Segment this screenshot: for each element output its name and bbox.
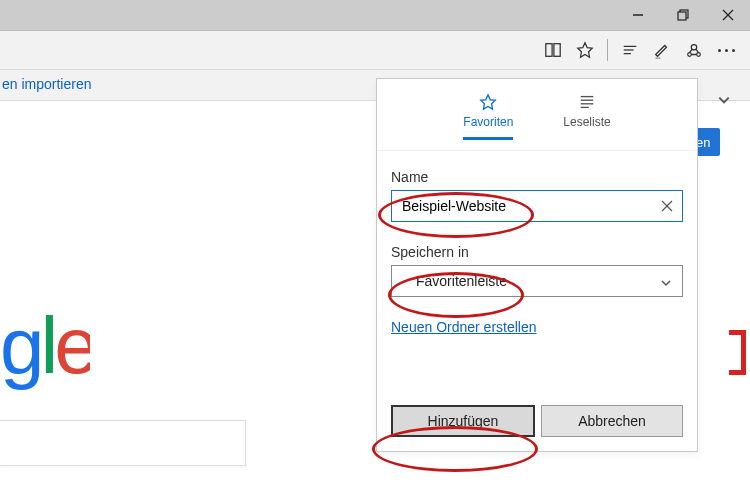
svg-point-13: [688, 53, 692, 57]
svg-marker-15: [481, 95, 495, 109]
web-note-icon[interactable]: [646, 34, 678, 66]
logo-letter: e: [54, 301, 90, 390]
name-field-label: Name: [391, 169, 683, 185]
svg-rect-6: [554, 44, 560, 57]
svg-rect-5: [546, 44, 552, 57]
google-logo-fragment: gle: [0, 300, 90, 395]
hub-icon[interactable]: [614, 34, 646, 66]
clear-input-icon[interactable]: [659, 198, 675, 214]
tab-reading-list[interactable]: Leseliste: [563, 93, 610, 140]
popup-tabs: Favoriten Leseliste: [377, 79, 697, 151]
cancel-button[interactable]: Abbrechen: [541, 405, 683, 437]
toolbar-divider: [607, 39, 608, 61]
add-button[interactable]: Hinzufügen: [391, 405, 535, 437]
tab-favorites[interactable]: Favoriten: [463, 93, 513, 140]
add-favorite-popup: Favoriten Leseliste Name Speichern in Fa…: [376, 78, 698, 452]
svg-marker-7: [578, 43, 592, 57]
reading-view-icon[interactable]: [537, 34, 569, 66]
browser-toolbar: [0, 31, 750, 70]
window-close-button[interactable]: [705, 0, 750, 30]
favorites-star-icon[interactable]: [569, 34, 601, 66]
expand-chevron-icon[interactable]: [712, 88, 736, 112]
svg-rect-2: [678, 12, 686, 20]
share-icon[interactable]: [678, 34, 710, 66]
window-minimize-button[interactable]: [615, 0, 660, 30]
new-folder-link[interactable]: Neuen Ordner erstellen: [391, 319, 537, 335]
name-input[interactable]: [391, 190, 683, 222]
google-search-box-fragment[interactable]: [0, 420, 246, 466]
more-icon[interactable]: [710, 34, 742, 66]
save-in-label: Speichern in: [391, 244, 683, 260]
chevron-down-icon: [660, 276, 672, 292]
save-in-value: Favoritenleiste: [416, 273, 507, 289]
tab-reading-list-label: Leseliste: [563, 115, 610, 129]
import-favorites-link[interactable]: en importieren: [2, 76, 92, 92]
window-titlebar: [0, 0, 750, 31]
window-restore-button[interactable]: [660, 0, 705, 30]
save-in-select[interactable]: Favoritenleiste: [391, 265, 683, 297]
svg-point-14: [697, 53, 701, 57]
logo-letter: g: [0, 301, 41, 390]
tab-favorites-label: Favoriten: [463, 115, 513, 129]
logo-letter: l: [41, 301, 55, 390]
annotation-bracket: [729, 330, 746, 375]
